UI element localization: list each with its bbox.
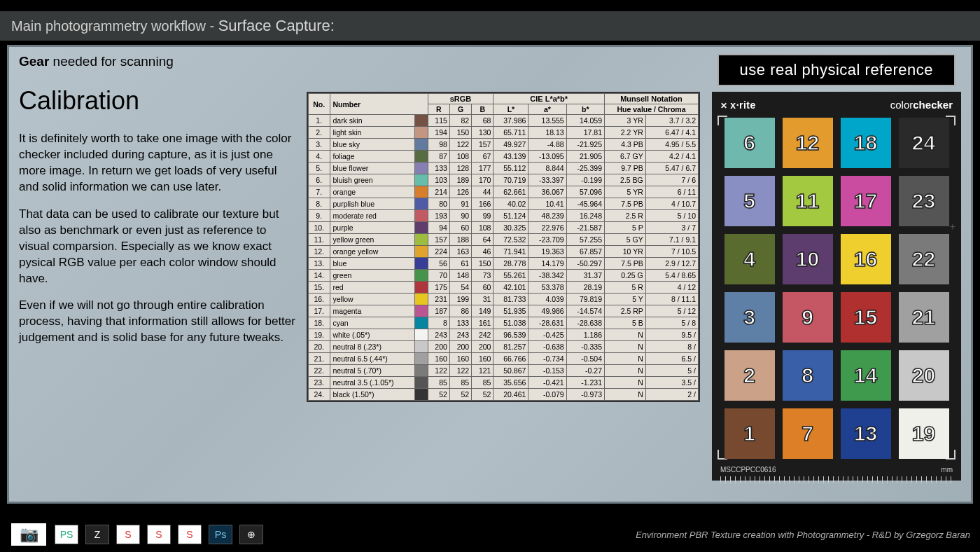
cell-swatch (414, 210, 428, 222)
cell-no: 21. (309, 353, 330, 365)
cell-no: 20. (309, 341, 330, 353)
gear-rest: needed for scanning (49, 54, 173, 69)
cell-hue: 2.5 BG (605, 174, 646, 186)
cell-chroma: 3 / 7 (645, 222, 698, 234)
cell-a: -23.709 (528, 234, 566, 246)
cell-chroma: 4 / 12 (645, 282, 698, 294)
cell-bb: -28.638 (566, 317, 604, 329)
cell-g: 91 (449, 198, 471, 210)
cell-hue: 5 GY (605, 234, 646, 246)
cell-a: 14.179 (528, 258, 566, 270)
th-number: Number (330, 94, 428, 115)
cell-hue: 5 P (605, 222, 646, 234)
cell-r: 80 (428, 198, 449, 210)
cell-swatch (414, 186, 428, 198)
cell-swatch (414, 353, 428, 365)
cell-g: 90 (449, 210, 471, 222)
cell-L: 66.766 (493, 353, 528, 365)
mm-label: mm (941, 466, 953, 474)
cell-swatch (414, 329, 428, 341)
cell-chroma: 4 / 10.7 (645, 198, 698, 210)
cell-r: 115 (428, 115, 449, 127)
cell-chroma: 4.95 / 5.5 (645, 139, 698, 151)
cell-hue: N (605, 377, 646, 389)
para-1: It is definitely worth to take one image… (19, 131, 299, 195)
th-bb: b* (566, 104, 604, 115)
cell-name: neutral 8 (.23*) (330, 341, 414, 353)
cell-name: green (330, 270, 414, 282)
cell-r: 8 (428, 317, 449, 329)
app-icon: S (178, 525, 202, 544)
cell-name: magenta (330, 305, 414, 317)
color-patch: 11 (783, 176, 833, 226)
app-icon: PS (55, 525, 78, 544)
cell-g: 85 (449, 377, 471, 389)
slide-body: Gear needed for scanning Calibration It … (7, 45, 973, 504)
cell-g: 199 (449, 294, 471, 305)
color-checker-card: x·rite colorchecker 61218245111723410162… (712, 92, 961, 481)
table-row: 18.cyan813316151.038-28.631-28.6385 B5 /… (309, 317, 699, 329)
cell-no: 12. (309, 246, 330, 258)
cell-no: 1. (309, 115, 330, 127)
cell-no: 5. (309, 163, 330, 174)
cell-r: 94 (428, 222, 449, 234)
cell-hue: N (605, 389, 646, 401)
cell-a: -0.638 (528, 341, 566, 353)
cell-chroma: 5 / 10 (645, 210, 698, 222)
cell-b: 46 (472, 246, 493, 258)
cell-a: 53.378 (528, 282, 566, 294)
cell-name: bluish green (330, 174, 414, 186)
cell-swatch (414, 198, 428, 210)
cell-bb: 57.255 (566, 234, 604, 246)
cell-r: 103 (428, 174, 449, 186)
th-no: No. (309, 94, 330, 115)
cell-name: blue sky (330, 139, 414, 151)
th-L: L* (493, 104, 528, 115)
cell-bb: -0.504 (566, 353, 604, 365)
cell-hue: 6.7 GY (605, 151, 646, 163)
cell-b: 44 (472, 186, 493, 198)
cell-g: 200 (449, 341, 471, 353)
cell-b: 161 (472, 317, 493, 329)
cell-r: 243 (428, 329, 449, 341)
cell-name: white (.05*) (330, 329, 414, 341)
cell-hue: 10 YR (605, 246, 646, 258)
cell-b: 99 (472, 210, 493, 222)
cell-g: 54 (449, 282, 471, 294)
cell-no: 15. (309, 282, 330, 294)
cell-swatch (414, 151, 428, 163)
table-row: 22.neutral 5 (.70*)12212212150.867-0.153… (309, 365, 699, 377)
cell-name: purplish blue (330, 198, 414, 210)
cell-r: 98 (428, 139, 449, 151)
cell-r: 224 (428, 246, 449, 258)
cell-hue: 2.5 RP (605, 305, 646, 317)
cell-a: -0.153 (528, 365, 566, 377)
cell-a: -13.095 (528, 151, 566, 163)
table-row: 21.neutral 6.5 (.44*)16016016066.766-0.7… (309, 353, 699, 365)
cell-no: 19. (309, 329, 330, 341)
ruler-icon (720, 476, 953, 483)
cell-a: -0.079 (528, 389, 566, 401)
cell-no: 14. (309, 270, 330, 282)
cell-hue: 5 R (605, 282, 646, 294)
cell-L: 51.124 (493, 210, 528, 222)
cell-bb: -45.964 (566, 198, 604, 210)
cell-name: blue (330, 258, 414, 270)
colorchecker-logo: colorchecker (890, 99, 953, 111)
cell-no: 6. (309, 174, 330, 186)
cell-chroma: 5 / 8 (645, 317, 698, 329)
cell-bb: -21.925 (566, 139, 604, 151)
cell-hue: N (605, 353, 646, 365)
table-row: 4.foliage871086743.139-13.09521.9056.7 G… (309, 151, 699, 163)
color-patch: 8 (783, 350, 833, 401)
cell-b: 177 (472, 163, 493, 174)
cell-L: 42.101 (493, 282, 528, 294)
cell-chroma: 8 / (645, 341, 698, 353)
table-row: 14.green701487355.261-38.34231.370.25 G5… (309, 270, 699, 282)
cell-b: 60 (472, 282, 493, 294)
camera-icon: 📷 (10, 522, 48, 547)
xrite-logo: x·rite (720, 99, 756, 111)
para-2: That data can be used to calibrate our t… (19, 207, 299, 287)
cell-L: 81.733 (493, 294, 528, 305)
table-row: 20.neutral 8 (.23*)20020020081.257-0.638… (309, 341, 699, 353)
